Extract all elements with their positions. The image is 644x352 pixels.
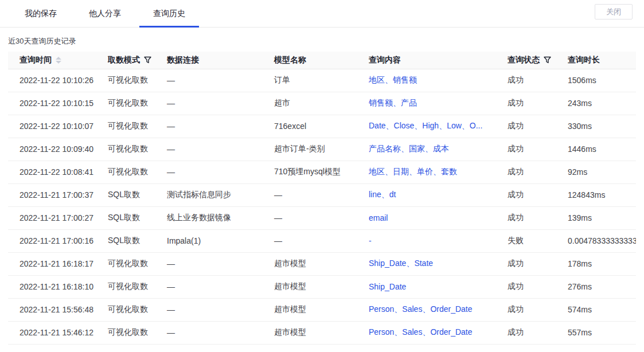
cell-model-name: 716excel bbox=[263, 115, 357, 138]
cell-model-name: 超市 bbox=[263, 92, 357, 115]
table-row: 2022-11-21 16:18:17 可视化取数 — 超市模型 Ship_Da… bbox=[8, 252, 636, 275]
query-content-link[interactable]: - bbox=[369, 236, 372, 245]
cell-model-name: 订单 bbox=[263, 69, 357, 92]
column-header-model-name: 模型名称 bbox=[263, 52, 357, 69]
cell-fetch-mode: 可视化取数 bbox=[96, 252, 155, 275]
cell-fetch-mode: 可视化取数 bbox=[96, 275, 155, 298]
cell-query-time: 2022-11-21 16:18:10 bbox=[8, 275, 96, 298]
query-content-link[interactable]: email bbox=[369, 213, 388, 222]
column-label: 查询时长 bbox=[568, 55, 600, 64]
column-label: 取数模式 bbox=[108, 55, 140, 65]
cell-data-connection: — bbox=[155, 115, 263, 138]
table-row: 2022-11-22 10:10:26 可视化取数 — 订单 地区、销售额 成功… bbox=[8, 69, 636, 92]
tab-query-history[interactable]: 查询历史 bbox=[139, 0, 199, 27]
cell-fetch-mode: 可视化取数 bbox=[96, 321, 155, 344]
cell-model-name: — bbox=[263, 206, 357, 229]
cell-query-status: 失败 bbox=[496, 229, 556, 252]
cell-data-connection: Impala(1) bbox=[155, 229, 263, 252]
cell-query-time: 2022-11-22 10:10:07 bbox=[8, 115, 96, 138]
query-content-link[interactable]: Ship_Date bbox=[369, 282, 406, 291]
column-label: 模型名称 bbox=[274, 55, 306, 64]
cell-model-name: 超市模型 bbox=[263, 321, 357, 344]
filter-funnel-icon[interactable] bbox=[544, 56, 551, 64]
cell-query-content: - bbox=[357, 229, 496, 252]
cell-data-connection: — bbox=[155, 275, 263, 298]
table-row: 2022-11-21 16:18:10 可视化取数 — 超市模型 Ship_Da… bbox=[8, 275, 636, 298]
column-header-query-content: 查询内容 bbox=[357, 52, 496, 69]
query-content-link[interactable]: Date、Close、High、Low、O... bbox=[369, 121, 482, 130]
cell-data-connection: — bbox=[155, 92, 263, 115]
sort-descending-icon bbox=[56, 61, 61, 64]
cell-query-time: 2022-11-21 17:00:37 bbox=[8, 183, 96, 206]
cell-fetch-mode: 可视化取数 bbox=[96, 161, 155, 183]
cell-fetch-mode: 可视化取数 bbox=[96, 138, 155, 161]
query-content-link[interactable]: line、dt bbox=[369, 190, 396, 199]
cell-query-duration: 330ms bbox=[556, 115, 636, 138]
cell-fetch-mode: SQL取数 bbox=[96, 229, 155, 252]
cell-query-time: 2022-11-22 10:10:15 bbox=[8, 92, 96, 115]
cell-data-connection: — bbox=[155, 69, 263, 92]
filter-funnel-icon[interactable] bbox=[144, 56, 151, 64]
query-history-table: 查询时间 取数模式 bbox=[8, 52, 636, 345]
cell-query-content: 销售额、产品 bbox=[357, 92, 496, 115]
cell-query-time: 2022-11-21 15:46:12 bbox=[8, 321, 96, 344]
column-header-data-connection: 数据连接 bbox=[155, 52, 263, 69]
column-label: 查询内容 bbox=[369, 55, 401, 64]
cell-model-name: 超市模型 bbox=[263, 252, 357, 275]
query-content-link[interactable]: Person、Sales、Order_Date bbox=[369, 327, 473, 337]
cell-data-connection: 测试指标信息同步 bbox=[155, 183, 263, 206]
cell-data-connection: — bbox=[155, 138, 263, 161]
sort-carets-icon[interactable] bbox=[56, 57, 61, 64]
cell-query-duration: 557ms bbox=[556, 321, 636, 344]
cell-query-status: 成功 bbox=[496, 138, 556, 161]
query-content-link[interactable]: 地区、日期、单价、套数 bbox=[369, 167, 457, 176]
cell-model-name: 超市模型 bbox=[263, 298, 357, 321]
cell-query-duration: 243ms bbox=[556, 92, 636, 115]
cell-query-content: Ship_Date、State bbox=[357, 252, 496, 275]
cell-data-connection: — bbox=[155, 161, 263, 183]
cell-query-duration: 0.00478333333333 bbox=[556, 229, 636, 252]
query-content-link[interactable]: Ship_Date、State bbox=[369, 259, 433, 268]
cell-data-connection: — bbox=[155, 321, 263, 344]
column-header-fetch-mode: 取数模式 bbox=[96, 52, 155, 69]
cell-query-content: Date、Close、High、Low、O... bbox=[357, 115, 496, 138]
cell-fetch-mode: SQL取数 bbox=[96, 183, 155, 206]
column-header-query-duration: 查询时长 bbox=[556, 52, 636, 69]
cell-query-content: 地区、日期、单价、套数 bbox=[357, 161, 496, 183]
query-content-link[interactable]: 地区、销售额 bbox=[369, 75, 417, 84]
close-button[interactable]: 关闭 bbox=[595, 4, 633, 19]
cell-query-duration: 178ms bbox=[556, 252, 636, 275]
query-content-link[interactable]: 销售额、产品 bbox=[369, 98, 417, 107]
cell-query-duration: 574ms bbox=[556, 298, 636, 321]
cell-query-content: Person、Sales、Order_Date bbox=[357, 298, 496, 321]
column-label: 查询状态 bbox=[508, 55, 540, 65]
table-row: 2022-11-21 15:46:12 可视化取数 — 超市模型 Person、… bbox=[8, 321, 636, 344]
tab-shared-by-others[interactable]: 他人分享 bbox=[75, 0, 135, 27]
cell-data-connection: — bbox=[155, 298, 263, 321]
cell-query-content: 地区、销售额 bbox=[357, 69, 496, 92]
query-content-link[interactable]: 产品名称、国家、成本 bbox=[369, 144, 449, 153]
cell-query-duration: 1446ms bbox=[556, 138, 636, 161]
cell-query-status: 成功 bbox=[496, 161, 556, 183]
cell-fetch-mode: 可视化取数 bbox=[96, 92, 155, 115]
column-header-query-status: 查询状态 bbox=[496, 52, 556, 69]
cell-model-name: 超市订单-类别 bbox=[263, 138, 357, 161]
query-history-subtitle: 近30天查询历史记录 bbox=[8, 36, 644, 46]
cell-query-status: 成功 bbox=[496, 298, 556, 321]
cell-query-content: line、dt bbox=[357, 183, 496, 206]
table-row: 2022-11-21 17:00:27 SQL取数 线上业务数据镜像 — ema… bbox=[8, 206, 636, 229]
tab-my-saves[interactable]: 我的保存 bbox=[11, 0, 71, 27]
cell-fetch-mode: SQL取数 bbox=[96, 206, 155, 229]
cell-fetch-mode: 可视化取数 bbox=[96, 115, 155, 138]
cell-model-name: 超市模型 bbox=[263, 275, 357, 298]
cell-query-duration: 139ms bbox=[556, 206, 636, 229]
cell-query-status: 成功 bbox=[496, 321, 556, 344]
query-content-link[interactable]: Person、Sales、Order_Date bbox=[369, 304, 473, 314]
cell-query-duration: 1506ms bbox=[556, 69, 636, 92]
cell-query-time: 2022-11-21 15:56:48 bbox=[8, 298, 96, 321]
cell-query-content: Person、Sales、Order_Date bbox=[357, 321, 496, 344]
column-header-query-time: 查询时间 bbox=[8, 52, 96, 69]
cell-query-status: 成功 bbox=[496, 115, 556, 138]
cell-query-content: 产品名称、国家、成本 bbox=[357, 138, 496, 161]
cell-query-status: 成功 bbox=[496, 92, 556, 115]
